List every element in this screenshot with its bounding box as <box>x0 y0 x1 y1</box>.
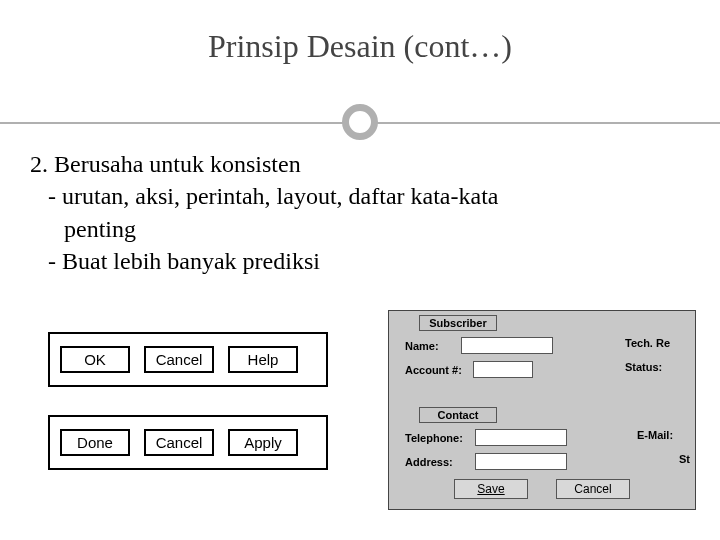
address-field[interactable] <box>475 453 567 470</box>
tech-label: Tech. Re <box>625 337 670 349</box>
save-button[interactable]: Save <box>454 479 528 499</box>
page-title: Prinsip Desain (cont…) <box>208 28 512 65</box>
dialog-cancel-button[interactable]: Cancel <box>556 479 630 499</box>
telephone-field[interactable] <box>475 429 567 446</box>
body-text: 2. Berusaha untuk konsisten - urutan, ak… <box>30 148 690 278</box>
ok-button[interactable]: OK <box>60 346 130 373</box>
button-set-1: OK Cancel Help <box>48 332 328 387</box>
bullet-sub2: - Buat lebih banyak prediksi <box>30 245 690 277</box>
address-label: Address: <box>405 456 475 468</box>
telephone-label: Telephone: <box>405 432 475 444</box>
apply-button[interactable]: Apply <box>228 429 298 456</box>
st-label: St <box>679 453 690 465</box>
bullet-heading: 2. Berusaha untuk konsisten <box>30 148 690 180</box>
bullet-sub1b: penting <box>30 213 690 245</box>
done-button[interactable]: Done <box>60 429 130 456</box>
button-set-2: Done Cancel Apply <box>48 415 328 470</box>
help-button[interactable]: Help <box>228 346 298 373</box>
account-field[interactable] <box>473 361 533 378</box>
status-label: Status: <box>625 361 662 373</box>
name-field[interactable] <box>461 337 553 354</box>
subscriber-section-label: Subscriber <box>419 315 497 331</box>
bullet-sub1a: - urutan, aksi, perintah, layout, daftar… <box>30 180 690 212</box>
name-label: Name: <box>405 340 461 352</box>
cancel-button-2[interactable]: Cancel <box>144 429 214 456</box>
contact-section-label: Contact <box>419 407 497 423</box>
email-label: E-Mail: <box>637 429 673 441</box>
cancel-button[interactable]: Cancel <box>144 346 214 373</box>
divider-circle-icon <box>342 104 378 140</box>
account-label: Account #: <box>405 364 473 376</box>
subscriber-dialog: Subscriber Name: Account #: Tech. Re Sta… <box>388 310 696 510</box>
